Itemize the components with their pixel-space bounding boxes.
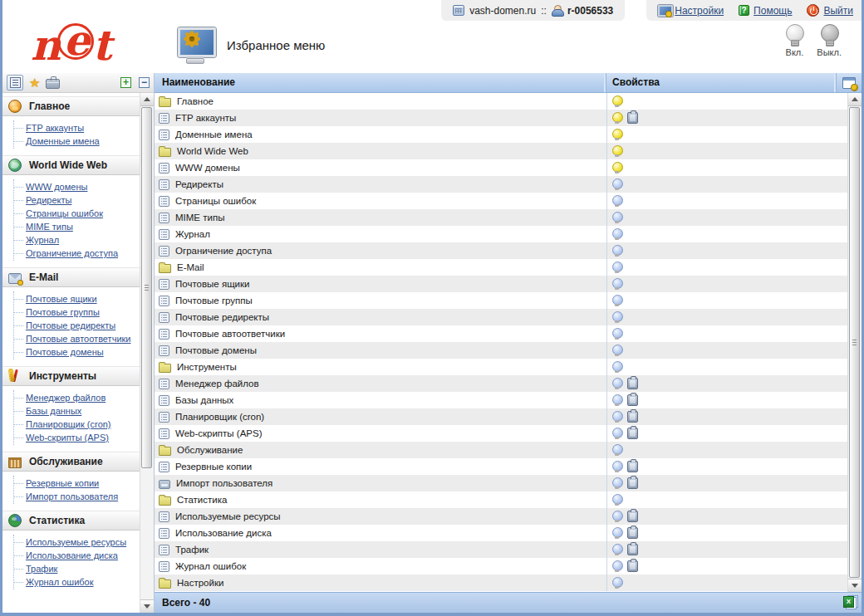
sidebar-item[interactable]: Менеджер файлов <box>26 393 106 403</box>
sidebar-item[interactable]: Страницы ошибок <box>26 208 103 218</box>
sidebar-item[interactable]: Планировщик (cron) <box>26 419 111 429</box>
sidebar-item[interactable]: Журнал ошибок <box>26 577 94 587</box>
bulb-yellow-icon[interactable] <box>612 162 621 174</box>
clipboard-icon[interactable] <box>627 477 638 489</box>
sidebar-item[interactable]: Резервные копии <box>26 478 99 488</box>
settings-link[interactable]: Настройки <box>675 5 724 17</box>
collapse-all-button[interactable]: − <box>139 77 150 88</box>
table-row[interactable]: WWW домены <box>155 159 847 176</box>
sidebar-item[interactable]: Трафик <box>26 564 57 574</box>
sidebar-item[interactable]: FTP аккаунты <box>26 123 84 133</box>
bulb-blue-icon[interactable] <box>612 328 621 340</box>
bulb-yellow-icon[interactable] <box>612 95 621 107</box>
bulb-blue-icon[interactable] <box>612 411 621 423</box>
table-row[interactable]: Обслуживание <box>155 442 847 458</box>
sidebar-item[interactable]: Ограничение доступа <box>26 248 118 258</box>
sidebar-item[interactable]: Почтовые автоответчики <box>26 334 130 344</box>
table-row[interactable]: Базы данных <box>155 392 847 408</box>
table-row[interactable]: Трафик <box>155 541 847 558</box>
scroll-up-button[interactable] <box>140 93 154 106</box>
bulb-blue-icon[interactable] <box>612 295 621 306</box>
star-icon[interactable]: ★ <box>29 76 40 90</box>
table-settings-icon[interactable] <box>842 77 856 89</box>
bulb-blue-icon[interactable] <box>612 378 621 389</box>
bulb-off-icon[interactable] <box>821 24 837 46</box>
column-header-props[interactable]: Свойства <box>606 73 837 92</box>
table-row[interactable]: Почтовые автоответчики <box>155 325 847 342</box>
bulb-blue-icon[interactable] <box>612 444 621 456</box>
sidebar-item[interactable]: Базы данных <box>26 406 81 416</box>
bulb-yellow-icon[interactable] <box>612 145 621 157</box>
bulb-blue-icon[interactable] <box>612 428 621 439</box>
briefcase-icon[interactable] <box>46 79 60 89</box>
bulb-on-icon[interactable] <box>786 24 803 46</box>
bulb-blue-icon[interactable] <box>612 278 621 290</box>
scroll-down-button[interactable] <box>140 599 154 613</box>
sidebar-item[interactable]: Журнал <box>26 235 59 245</box>
bulb-blue-icon[interactable] <box>612 511 621 522</box>
clipboard-icon[interactable] <box>627 527 638 539</box>
table-row[interactable]: Журнал <box>155 226 847 242</box>
clipboard-icon[interactable] <box>627 544 638 555</box>
clipboard-icon[interactable] <box>627 560 638 572</box>
bulb-blue-icon[interactable] <box>612 195 621 207</box>
sidebar-item[interactable]: Почтовые редиректы <box>26 320 115 330</box>
bulb-blue-icon[interactable] <box>612 178 621 190</box>
table-row[interactable]: Редиректы <box>155 176 847 193</box>
scroll-down-button[interactable] <box>848 579 862 592</box>
table-row[interactable]: Менеджер файлов <box>155 375 847 392</box>
clipboard-icon[interactable] <box>627 112 638 124</box>
sidebar-item[interactable]: MIME типы <box>26 222 73 232</box>
table-row[interactable]: Почтовые редиректы <box>155 309 847 325</box>
sidebar-item[interactable]: Доменные имена <box>26 136 100 146</box>
clipboard-icon[interactable] <box>627 511 638 522</box>
table-row[interactable]: FTP аккаунты <box>155 110 847 126</box>
logout-link[interactable]: Выйти <box>823 5 853 17</box>
clipboard-icon[interactable] <box>627 428 638 439</box>
help-link[interactable]: Помощь <box>754 5 792 17</box>
table-row[interactable]: Использование диска <box>155 525 847 541</box>
sidebar-item[interactable]: Используемые ресурсы <box>26 537 126 547</box>
table-row[interactable]: Почтовые ящики <box>155 276 847 292</box>
scroll-up-button[interactable] <box>848 93 862 106</box>
table-row[interactable]: Резервные копии <box>155 458 847 475</box>
bulb-blue-icon[interactable] <box>612 262 621 273</box>
bulb-yellow-icon[interactable] <box>612 129 621 140</box>
table-row[interactable]: Главное <box>155 93 847 110</box>
bulb-blue-icon[interactable] <box>612 228 621 240</box>
bulb-blue-icon[interactable] <box>612 577 621 589</box>
table-row[interactable]: Журнал ошибок <box>155 558 847 574</box>
table-row[interactable]: Инструменты <box>155 359 847 375</box>
clipboard-icon[interactable] <box>627 394 638 406</box>
bulb-blue-icon[interactable] <box>612 311 621 323</box>
table-row[interactable]: MIME типы <box>155 209 847 226</box>
bulb-blue-icon[interactable] <box>612 245 621 257</box>
sidebar-item[interactable]: Редиректы <box>26 195 71 205</box>
table-row[interactable]: Почтовые домены <box>155 342 847 359</box>
table-row[interactable]: World Wide Web <box>155 143 847 159</box>
bulb-blue-icon[interactable] <box>612 494 621 506</box>
sidebar-item[interactable]: Почтовые группы <box>26 307 100 317</box>
column-header-name[interactable]: Наименование <box>155 73 606 92</box>
expand-all-button[interactable]: + <box>120 77 131 88</box>
list-view-icon[interactable] <box>7 75 23 90</box>
clipboard-icon[interactable] <box>627 411 638 423</box>
bulb-blue-icon[interactable] <box>612 394 621 406</box>
sidebar-item[interactable]: Импорт пользователя <box>26 491 118 501</box>
bulb-blue-icon[interactable] <box>612 361 621 373</box>
table-row[interactable]: E-Mail <box>155 259 847 276</box>
table-row[interactable]: Web-скрипты (APS) <box>155 425 847 442</box>
table-row[interactable]: Используемые ресурсы <box>155 508 847 525</box>
table-row[interactable]: Почтовые группы <box>155 292 847 309</box>
sidebar-item[interactable]: Web-скрипты (APS) <box>26 433 109 442</box>
excel-export-icon[interactable] <box>843 596 857 609</box>
clipboard-icon[interactable] <box>627 461 638 472</box>
sidebar-item[interactable]: WWW домены <box>26 182 87 192</box>
table-row[interactable]: Статистика <box>155 491 847 508</box>
scrollbar-thumb[interactable] <box>141 107 152 468</box>
bulb-blue-icon[interactable] <box>612 544 621 555</box>
bulb-blue-icon[interactable] <box>612 461 621 472</box>
table-row[interactable]: Страницы ошибок <box>155 193 847 209</box>
table-row[interactable]: Настройки <box>155 574 847 591</box>
table-row[interactable]: Планировщик (cron) <box>155 408 847 425</box>
